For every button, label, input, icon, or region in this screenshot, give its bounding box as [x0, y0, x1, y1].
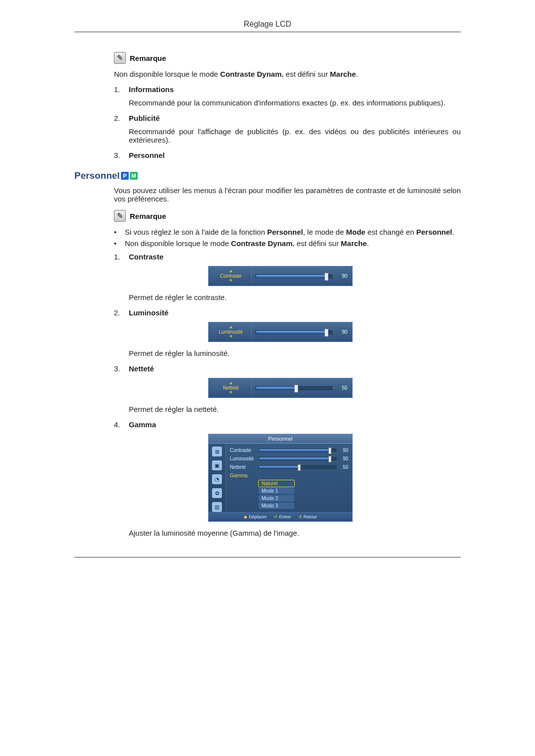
menu-title: Personnel: [209, 434, 352, 444]
setting-item: 1. Contraste: [114, 252, 461, 261]
down-arrow-icon: ▼: [229, 391, 233, 395]
gamma-option[interactable]: Mode 2: [259, 495, 294, 502]
kw-marche: Marche: [341, 239, 367, 248]
text: est changé en: [366, 228, 417, 236]
list-number: 2.: [114, 114, 129, 122]
setting-nettete: Netteté: [129, 364, 154, 373]
down-arrow-icon: ▼: [229, 279, 233, 283]
down-arrow-icon: ▼: [229, 335, 233, 339]
kw-personnel: Personnel: [416, 228, 452, 236]
badge-m-icon: M: [130, 172, 138, 180]
row-slider[interactable]: [259, 465, 336, 469]
menu-footer: ◆Déplacer ⏎Entrer ↺Retour: [209, 512, 352, 521]
modes-list: 3. Personnel: [114, 151, 461, 159]
menu-row-gamma[interactable]: Gamma: [230, 472, 348, 479]
text: .: [452, 228, 454, 236]
setting-item: 2. Luminosité: [114, 308, 461, 317]
setting-item: 3. Netteté: [114, 364, 461, 373]
row-slider[interactable]: [259, 457, 336, 460]
mode-desc: Recommandé pour l'affichage de publicité…: [129, 127, 461, 144]
gamma-option[interactable]: Naturel: [259, 480, 294, 487]
osd-slider[interactable]: [256, 330, 332, 334]
gamma-options: Naturel Mode 1 Mode 2 Mode 3: [259, 480, 348, 509]
text: est défini sur: [284, 70, 330, 78]
remark-label: Remarque: [130, 212, 166, 220]
row-slider[interactable]: [259, 449, 336, 452]
mode-item: 1. Informations: [114, 85, 461, 94]
kw-personnel: Personnel: [267, 228, 303, 236]
text: , le mode de: [303, 228, 346, 236]
badge-p-icon: P: [121, 172, 129, 180]
list-number: 3.: [114, 151, 129, 159]
modes-list: 1. Informations: [114, 85, 461, 94]
bullet-dot-icon: •: [114, 228, 125, 236]
menu-row[interactable]: Contraste 90: [230, 447, 348, 454]
clock-icon[interactable]: ◔: [212, 474, 222, 484]
mode-publicite: Publicité: [129, 114, 160, 122]
list-number: 1.: [114, 85, 129, 94]
text: .: [356, 70, 358, 78]
text: Si vous réglez le son à l'aide de la fon…: [125, 228, 267, 236]
osd-slider[interactable]: [256, 274, 332, 278]
text: est défini sur: [295, 239, 341, 248]
heading-text: Personnel: [74, 170, 120, 181]
bullet-item: • Non disponible lorsque le mode Contras…: [114, 239, 461, 248]
mode-item: 2. Publicité: [114, 114, 461, 122]
list-number: 1.: [114, 252, 129, 261]
menu-row[interactable]: Netteté 50: [230, 463, 348, 470]
gamma-option[interactable]: Mode 3: [259, 503, 294, 509]
osd-name-cell[interactable]: ▲ Luminosité ▼: [214, 325, 252, 339]
setting-desc: Ajuster la luminosité moyenne (Gamma) de…: [129, 529, 461, 537]
gear-icon[interactable]: ✿: [212, 488, 222, 498]
setting-luminosite: Luminosité: [129, 308, 168, 317]
kw-marche: Marche: [330, 70, 356, 78]
osd-luminosite: ▲ Luminosité ▼ 90: [208, 322, 353, 342]
setting-desc: Permet de régler la luminosité.: [129, 349, 461, 357]
up-arrow-icon: ▲: [229, 381, 233, 385]
osd-contraste: ▲ Contraste ▼ 90: [208, 266, 353, 286]
section-personnel-heading: Personnel P M: [74, 170, 461, 181]
kw-contraste-dynam: Contraste Dynam.: [220, 70, 283, 78]
list-number: 4.: [114, 420, 129, 429]
bullet-text: Si vous réglez le son à l'aide de la fon…: [125, 228, 461, 236]
screen-icon[interactable]: ▣: [212, 460, 222, 470]
osd-gamma-menu: Personnel ⊞ ▣ ◔ ✿ ▥ Contraste 90 Luminos…: [208, 434, 353, 522]
mode-informations: Informations: [129, 85, 174, 94]
picture-icon[interactable]: ⊞: [212, 447, 222, 456]
text: .: [367, 239, 369, 248]
page-title: Réglage LCD: [74, 20, 461, 32]
osd-slider[interactable]: [256, 386, 332, 390]
up-arrow-icon: ▲: [229, 269, 233, 273]
footer-enter: ⏎Entrer: [273, 512, 291, 521]
setting-contraste: Contraste: [129, 252, 163, 261]
list-number: 3.: [114, 364, 129, 373]
gamma-option[interactable]: Mode 1: [259, 488, 294, 494]
footer-move: ◆Déplacer: [244, 512, 267, 521]
menu-row[interactable]: Luminosité 90: [230, 455, 348, 462]
setting-desc: Permet de régler le contraste.: [129, 293, 461, 302]
personnel-bullets: • Si vous réglez le son à l'aide de la f…: [114, 228, 461, 248]
text: Non disponible lorsque le mode: [125, 239, 231, 248]
row-value: 90: [339, 448, 348, 453]
osd-name-cell[interactable]: ▲ Contraste ▼: [214, 269, 252, 283]
remark-top-text: Non disponible lorsque le mode Contraste…: [114, 70, 461, 78]
list-number: 2.: [114, 308, 129, 317]
bullet-item: • Si vous réglez le son à l'aide de la f…: [114, 228, 461, 236]
mode-desc: Recommandé pour la communication d'infor…: [129, 99, 461, 107]
setting-item: 4. Gamma: [114, 420, 461, 429]
remark-personnel: ✎ Remarque: [114, 210, 461, 222]
kw-contraste-dynam: Contraste Dynam.: [231, 239, 294, 248]
osd-name-cell[interactable]: ▲ Netteté ▼: [214, 381, 252, 395]
row-label: Gamma: [230, 473, 259, 478]
page-footer-rule: [74, 557, 461, 557]
row-label: Contraste: [230, 448, 259, 453]
osd-value: 50: [336, 385, 347, 391]
row-value: 50: [339, 464, 348, 470]
doc-icon[interactable]: ▥: [212, 502, 222, 512]
personnel-intro: Vous pouvez utiliser les menus à l'écran…: [114, 186, 461, 203]
mode-item: 3. Personnel: [114, 151, 461, 159]
mode-personnel: Personnel: [129, 151, 165, 159]
footer-back: ↺Retour: [298, 512, 317, 521]
osd-value: 90: [336, 329, 347, 335]
remark-label: Remarque: [130, 54, 166, 62]
